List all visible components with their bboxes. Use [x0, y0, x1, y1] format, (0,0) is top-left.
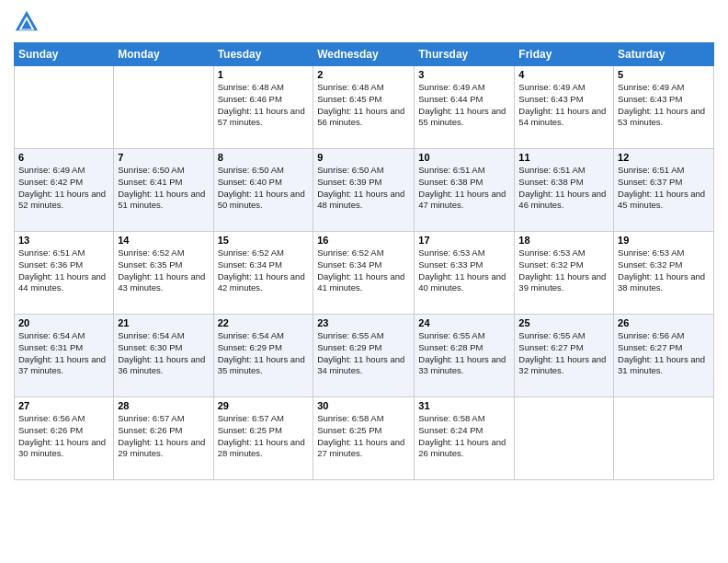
cell-date: 21 — [118, 317, 209, 328]
cell-info: Sunrise: 6:49 AMSunset: 6:43 PMDaylight:… — [518, 82, 609, 129]
cell-date: 6 — [18, 152, 109, 163]
cell-date: 11 — [518, 152, 609, 163]
calendar-week-5: 27Sunrise: 6:56 AMSunset: 6:26 PMDayligh… — [15, 397, 714, 480]
cell-date: 22 — [218, 317, 310, 328]
calendar-cell: 25Sunrise: 6:55 AMSunset: 6:27 PMDayligh… — [515, 315, 614, 397]
weekday-wednesday: Wednesday — [313, 43, 415, 66]
calendar-cell: 26Sunrise: 6:56 AMSunset: 6:27 PMDayligh… — [614, 315, 714, 397]
cell-info: Sunrise: 6:52 AMSunset: 6:34 PMDaylight:… — [317, 247, 410, 294]
calendar-cell: 18Sunrise: 6:53 AMSunset: 6:32 PMDayligh… — [515, 232, 614, 315]
cell-date: 17 — [418, 235, 510, 246]
header — [14, 9, 714, 35]
calendar-cell: 28Sunrise: 6:57 AMSunset: 6:26 PMDayligh… — [114, 397, 213, 480]
cell-info: Sunrise: 6:48 AMSunset: 6:45 PMDaylight:… — [317, 82, 410, 129]
calendar-cell: 11Sunrise: 6:51 AMSunset: 6:38 PMDayligh… — [515, 149, 614, 232]
cell-date: 3 — [418, 69, 510, 80]
calendar-cell: 21Sunrise: 6:54 AMSunset: 6:30 PMDayligh… — [114, 315, 213, 397]
calendar-cell: 14Sunrise: 6:52 AMSunset: 6:35 PMDayligh… — [114, 232, 213, 315]
cell-date: 20 — [18, 317, 109, 328]
logo — [14, 9, 43, 35]
cell-info: Sunrise: 6:50 AMSunset: 6:39 PMDaylight:… — [317, 165, 410, 212]
calendar-cell: 7Sunrise: 6:50 AMSunset: 6:41 PMDaylight… — [114, 149, 213, 232]
cell-info: Sunrise: 6:57 AMSunset: 6:25 PMDaylight:… — [218, 413, 310, 460]
calendar-cell: 30Sunrise: 6:58 AMSunset: 6:25 PMDayligh… — [313, 397, 415, 480]
cell-info: Sunrise: 6:53 AMSunset: 6:32 PMDaylight:… — [618, 247, 710, 294]
cell-date: 9 — [317, 152, 410, 163]
calendar-header: SundayMondayTuesdayWednesdayThursdayFrid… — [15, 43, 714, 66]
cell-info: Sunrise: 6:56 AMSunset: 6:26 PMDaylight:… — [18, 413, 109, 460]
calendar-cell: 4Sunrise: 6:49 AMSunset: 6:43 PMDaylight… — [515, 66, 614, 149]
cell-info: Sunrise: 6:49 AMSunset: 6:43 PMDaylight:… — [618, 82, 710, 129]
calendar-cell: 3Sunrise: 6:49 AMSunset: 6:44 PMDaylight… — [415, 66, 515, 149]
weekday-monday: Monday — [114, 43, 213, 66]
cell-date: 16 — [317, 235, 410, 246]
calendar-cell: 22Sunrise: 6:54 AMSunset: 6:29 PMDayligh… — [213, 315, 313, 397]
calendar-cell: 31Sunrise: 6:58 AMSunset: 6:24 PMDayligh… — [415, 397, 515, 480]
calendar-cell: 16Sunrise: 6:52 AMSunset: 6:34 PMDayligh… — [313, 232, 415, 315]
page: SundayMondayTuesdayWednesdayThursdayFrid… — [0, 0, 728, 563]
cell-date: 29 — [218, 400, 310, 411]
cell-info: Sunrise: 6:51 AMSunset: 6:37 PMDaylight:… — [618, 165, 710, 212]
cell-info: Sunrise: 6:54 AMSunset: 6:30 PMDaylight:… — [118, 330, 209, 377]
cell-date: 7 — [118, 152, 209, 163]
cell-info: Sunrise: 6:50 AMSunset: 6:41 PMDaylight:… — [118, 165, 209, 212]
cell-date: 28 — [118, 400, 209, 411]
calendar-cell: 17Sunrise: 6:53 AMSunset: 6:33 PMDayligh… — [415, 232, 515, 315]
calendar-week-1: 1Sunrise: 6:48 AMSunset: 6:46 PMDaylight… — [15, 66, 714, 149]
cell-info: Sunrise: 6:58 AMSunset: 6:24 PMDaylight:… — [418, 413, 510, 460]
calendar-cell — [114, 66, 213, 149]
logo-icon — [14, 9, 40, 35]
cell-info: Sunrise: 6:54 AMSunset: 6:31 PMDaylight:… — [18, 330, 109, 377]
cell-date: 30 — [317, 400, 410, 411]
calendar-cell: 19Sunrise: 6:53 AMSunset: 6:32 PMDayligh… — [614, 232, 714, 315]
cell-date: 18 — [518, 235, 609, 246]
calendar-cell: 24Sunrise: 6:55 AMSunset: 6:28 PMDayligh… — [415, 315, 515, 397]
calendar-cell: 5Sunrise: 6:49 AMSunset: 6:43 PMDaylight… — [614, 66, 714, 149]
cell-info: Sunrise: 6:48 AMSunset: 6:46 PMDaylight:… — [218, 82, 310, 129]
weekday-saturday: Saturday — [614, 43, 714, 66]
weekday-thursday: Thursday — [415, 43, 515, 66]
cell-date: 5 — [618, 69, 710, 80]
cell-info: Sunrise: 6:54 AMSunset: 6:29 PMDaylight:… — [218, 330, 310, 377]
calendar-body: 1Sunrise: 6:48 AMSunset: 6:46 PMDaylight… — [15, 66, 714, 480]
cell-info: Sunrise: 6:56 AMSunset: 6:27 PMDaylight:… — [618, 330, 710, 377]
cell-date: 8 — [218, 152, 310, 163]
cell-date: 15 — [218, 235, 310, 246]
cell-date: 2 — [317, 69, 410, 80]
calendar-cell: 23Sunrise: 6:55 AMSunset: 6:29 PMDayligh… — [313, 315, 415, 397]
calendar-cell: 6Sunrise: 6:49 AMSunset: 6:42 PMDaylight… — [15, 149, 114, 232]
cell-date: 23 — [317, 317, 410, 328]
calendar-cell: 13Sunrise: 6:51 AMSunset: 6:36 PMDayligh… — [15, 232, 114, 315]
cell-date: 25 — [518, 317, 609, 328]
weekday-friday: Friday — [515, 43, 614, 66]
cell-info: Sunrise: 6:51 AMSunset: 6:38 PMDaylight:… — [418, 165, 510, 212]
cell-info: Sunrise: 6:52 AMSunset: 6:35 PMDaylight:… — [118, 247, 209, 294]
calendar-cell: 12Sunrise: 6:51 AMSunset: 6:37 PMDayligh… — [614, 149, 714, 232]
calendar-cell: 8Sunrise: 6:50 AMSunset: 6:40 PMDaylight… — [213, 149, 313, 232]
cell-info: Sunrise: 6:55 AMSunset: 6:27 PMDaylight:… — [518, 330, 609, 377]
cell-date: 10 — [418, 152, 510, 163]
cell-date: 13 — [18, 235, 109, 246]
calendar-cell: 9Sunrise: 6:50 AMSunset: 6:39 PMDaylight… — [313, 149, 415, 232]
calendar-week-4: 20Sunrise: 6:54 AMSunset: 6:31 PMDayligh… — [15, 315, 714, 397]
cell-info: Sunrise: 6:51 AMSunset: 6:36 PMDaylight:… — [18, 247, 109, 294]
cell-info: Sunrise: 6:50 AMSunset: 6:40 PMDaylight:… — [218, 165, 310, 212]
cell-info: Sunrise: 6:52 AMSunset: 6:34 PMDaylight:… — [218, 247, 310, 294]
weekday-tuesday: Tuesday — [213, 43, 313, 66]
weekday-row: SundayMondayTuesdayWednesdayThursdayFrid… — [15, 43, 714, 66]
cell-date: 14 — [118, 235, 209, 246]
calendar-cell: 10Sunrise: 6:51 AMSunset: 6:38 PMDayligh… — [415, 149, 515, 232]
cell-info: Sunrise: 6:49 AMSunset: 6:44 PMDaylight:… — [418, 82, 510, 129]
cell-info: Sunrise: 6:51 AMSunset: 6:38 PMDaylight:… — [518, 165, 609, 212]
calendar-week-3: 13Sunrise: 6:51 AMSunset: 6:36 PMDayligh… — [15, 232, 714, 315]
cell-info: Sunrise: 6:53 AMSunset: 6:33 PMDaylight:… — [418, 247, 510, 294]
cell-info: Sunrise: 6:58 AMSunset: 6:25 PMDaylight:… — [317, 413, 410, 460]
calendar-cell: 27Sunrise: 6:56 AMSunset: 6:26 PMDayligh… — [15, 397, 114, 480]
calendar: SundayMondayTuesdayWednesdayThursdayFrid… — [14, 42, 714, 480]
calendar-cell — [15, 66, 114, 149]
cell-info: Sunrise: 6:49 AMSunset: 6:42 PMDaylight:… — [18, 165, 109, 212]
cell-date: 4 — [518, 69, 609, 80]
cell-date: 27 — [18, 400, 109, 411]
calendar-cell: 2Sunrise: 6:48 AMSunset: 6:45 PMDaylight… — [313, 66, 415, 149]
cell-date: 19 — [618, 235, 710, 246]
